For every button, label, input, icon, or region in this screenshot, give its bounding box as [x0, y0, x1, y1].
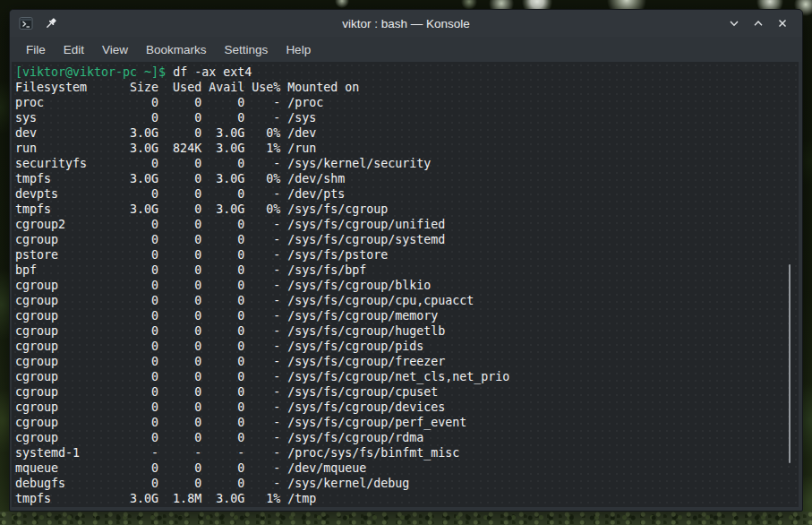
chevron-down-icon — [728, 17, 740, 30]
konsole-app-icon — [19, 16, 33, 30]
titlebar[interactable]: viktor : bash — Konsole — [10, 10, 802, 37]
close-x-icon — [776, 17, 789, 30]
chevron-up-icon — [752, 17, 765, 30]
desktop-wallpaper-ground — [0, 512, 812, 525]
shell-prompt: [viktor@viktor-pc ~]$ — [15, 65, 166, 79]
prompt-line: [viktor@viktor-pc ~]$ df -ax ext4 — [15, 65, 799, 80]
menu-file[interactable]: File — [17, 40, 55, 59]
close-button[interactable] — [774, 15, 791, 31]
menu-edit[interactable]: Edit — [55, 40, 93, 59]
menu-help[interactable]: Help — [277, 40, 320, 59]
minimize-button[interactable] — [726, 15, 742, 31]
terminal-text: [viktor@viktor-pc ~]$ df -ax ext4Filesys… — [12, 62, 799, 506]
command-text: df -ax ext4 — [173, 65, 252, 79]
df-output-table: Filesystem Size Used Avail Use% Mounted … — [15, 80, 799, 506]
menu-settings[interactable]: Settings — [216, 40, 278, 59]
maximize-button[interactable] — [750, 15, 766, 31]
scrollbar-thumb[interactable] — [789, 264, 791, 463]
menubar: File Edit View Bookmarks Settings Help — [10, 37, 802, 62]
terminal-viewport[interactable]: [viktor@viktor-pc ~]$ df -ax ext4Filesys… — [12, 62, 799, 507]
window-title: viktor : bash — Konsole — [10, 10, 802, 37]
pin-icon[interactable] — [44, 17, 57, 30]
konsole-window: viktor : bash — Konsole — [9, 9, 803, 512]
menu-bookmarks[interactable]: Bookmarks — [137, 40, 216, 59]
menu-view[interactable]: View — [93, 40, 137, 59]
